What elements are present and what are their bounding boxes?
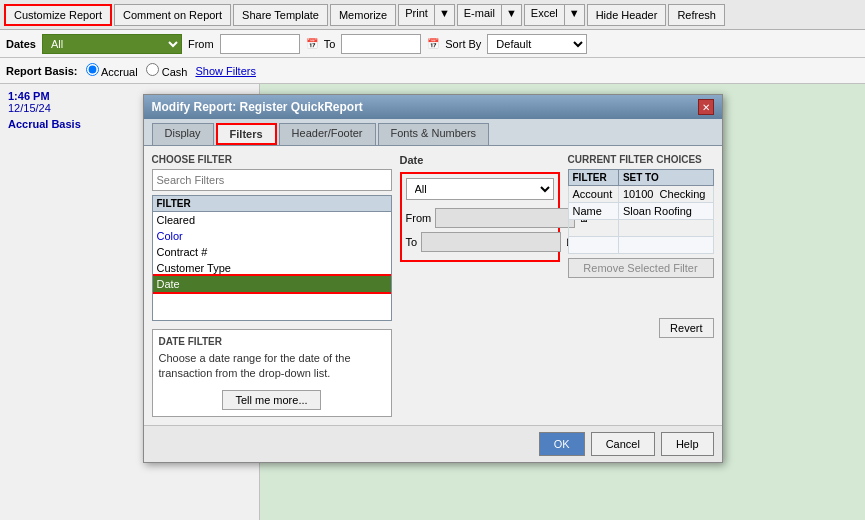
print-button[interactable]: Print: [398, 4, 434, 26]
print-split-button[interactable]: Print ▼: [398, 4, 455, 26]
email-button[interactable]: E-mail: [457, 4, 501, 26]
print-arrow[interactable]: ▼: [434, 4, 455, 26]
hide-header-button[interactable]: Hide Header: [587, 4, 667, 26]
modal-title: Modify Report: Register QuickReport: [152, 100, 363, 114]
filter-item-contract[interactable]: Contract #: [153, 244, 391, 260]
excel-arrow[interactable]: ▼: [564, 4, 585, 26]
to-label: To: [324, 38, 336, 50]
date-from-input[interactable]: [435, 208, 575, 228]
tab-header-footer[interactable]: Header/Footer: [279, 123, 376, 145]
to-input[interactable]: [341, 34, 421, 54]
excel-button[interactable]: Excel: [524, 4, 564, 26]
date-filter-section: DATE FILTER Choose a date range for the …: [152, 329, 392, 417]
excel-split-button[interactable]: Excel ▼: [524, 4, 585, 26]
table-row: [568, 237, 713, 254]
sort-by-select[interactable]: Default: [487, 34, 587, 54]
filter-list: Cleared Color Contract # Customer Type D…: [152, 211, 392, 321]
date-input-box: All From 🗓 To 🗓: [400, 172, 560, 262]
modal-body: CHOOSE FILTER FILTER Cleared Color Contr…: [144, 146, 722, 425]
share-template-button[interactable]: Share Template: [233, 4, 328, 26]
cf-filter-account: Account: [568, 186, 618, 203]
from-label: From: [188, 38, 214, 50]
filter-item-customer-type[interactable]: Customer Type: [153, 260, 391, 276]
from-input[interactable]: [220, 34, 300, 54]
modal-close-button[interactable]: ✕: [698, 99, 714, 115]
modal-titlebar: Modify Report: Register QuickReport ✕: [144, 95, 722, 119]
cf-setto-account: 10100 Checking: [618, 186, 713, 203]
comment-on-report-button[interactable]: Comment on Report: [114, 4, 231, 26]
modal-footer: OK Cancel Help: [144, 425, 722, 462]
report-basis-label: Report Basis:: [6, 65, 78, 77]
date-input-title: Date: [400, 154, 560, 166]
tab-filters[interactable]: Filters: [216, 123, 277, 145]
cash-radio-label[interactable]: Cash: [146, 63, 188, 78]
email-split-button[interactable]: E-mail ▼: [457, 4, 522, 26]
modify-report-modal: Modify Report: Register QuickReport ✕ Di…: [143, 94, 723, 463]
help-button[interactable]: Help: [661, 432, 714, 456]
cf-setto-name: Sloan Roofing: [618, 203, 713, 220]
show-filters-link[interactable]: Show Filters: [195, 65, 256, 77]
current-filter-table: FILTER SET TO Account 10100 Checking Nam…: [568, 169, 714, 254]
date-from-label: From: [406, 212, 432, 224]
cal-icon-to[interactable]: 📅: [427, 38, 439, 49]
cf-header-filter: FILTER: [568, 170, 618, 186]
main-area: 1:46 PM 12/15/24 Accrual Basis Modify Re…: [0, 84, 865, 520]
cal-icon-from[interactable]: 📅: [306, 38, 318, 49]
memorize-button[interactable]: Memorize: [330, 4, 396, 26]
modal-tabs: Display Filters Header/Footer Fonts & Nu…: [144, 119, 722, 146]
customize-report-button[interactable]: Customize Report: [4, 4, 112, 26]
date-to-label: To: [406, 236, 418, 248]
filter-item-date[interactable]: Date: [153, 276, 391, 292]
filter-list-header: FILTER: [152, 195, 392, 211]
modal-overlay: Modify Report: Register QuickReport ✕ Di…: [0, 84, 865, 520]
filter-item-color[interactable]: Color: [153, 228, 391, 244]
date-input-panel: Date All From 🗓 To 🗓: [400, 154, 560, 417]
dates-select[interactable]: All: [42, 34, 182, 54]
table-row: [568, 220, 713, 237]
filter-search-input[interactable]: [152, 169, 392, 191]
current-filter-label: CURRENT FILTER CHOICES: [568, 154, 714, 165]
filter-item-cleared[interactable]: Cleared: [153, 212, 391, 228]
date-filter-label: DATE FILTER: [159, 336, 385, 347]
accrual-radio-label[interactable]: Accrual: [86, 63, 138, 78]
email-arrow[interactable]: ▼: [501, 4, 522, 26]
choose-filter-label: CHOOSE FILTER: [152, 154, 392, 165]
current-filter-panel: CURRENT FILTER CHOICES FILTER SET TO Acc…: [568, 154, 714, 417]
dates-bar: Dates All From 📅 To 📅 Sort By Default: [0, 30, 865, 58]
filter-panel: CHOOSE FILTER FILTER Cleared Color Contr…: [152, 154, 392, 417]
accrual-radio[interactable]: [86, 63, 99, 76]
cf-header-setto: SET TO: [618, 170, 713, 186]
basis-bar: Report Basis: Accrual Cash Show Filters: [0, 58, 865, 84]
toolbar: Customize Report Comment on Report Share…: [0, 0, 865, 30]
cash-radio[interactable]: [146, 63, 159, 76]
refresh-button[interactable]: Refresh: [668, 4, 725, 26]
ok-button[interactable]: OK: [539, 432, 585, 456]
tab-fonts-numbers[interactable]: Fonts & Numbers: [378, 123, 490, 145]
table-row: Name Sloan Roofing: [568, 203, 713, 220]
tab-display[interactable]: Display: [152, 123, 214, 145]
date-to-input[interactable]: [421, 232, 561, 252]
tell-me-more-button[interactable]: Tell me more...: [222, 390, 320, 410]
date-filter-description: Choose a date range for the date of the …: [159, 351, 385, 382]
revert-button[interactable]: Revert: [659, 318, 713, 338]
dates-label: Dates: [6, 38, 36, 50]
date-all-select[interactable]: All: [406, 178, 554, 200]
date-to-row: To 🗓: [406, 232, 554, 252]
date-from-row: From 🗓: [406, 208, 554, 228]
cancel-button[interactable]: Cancel: [591, 432, 655, 456]
remove-selected-filter-button[interactable]: Remove Selected Filter: [568, 258, 714, 278]
table-row: Account 10100 Checking: [568, 186, 713, 203]
sort-by-label: Sort By: [445, 38, 481, 50]
cf-filter-name: Name: [568, 203, 618, 220]
